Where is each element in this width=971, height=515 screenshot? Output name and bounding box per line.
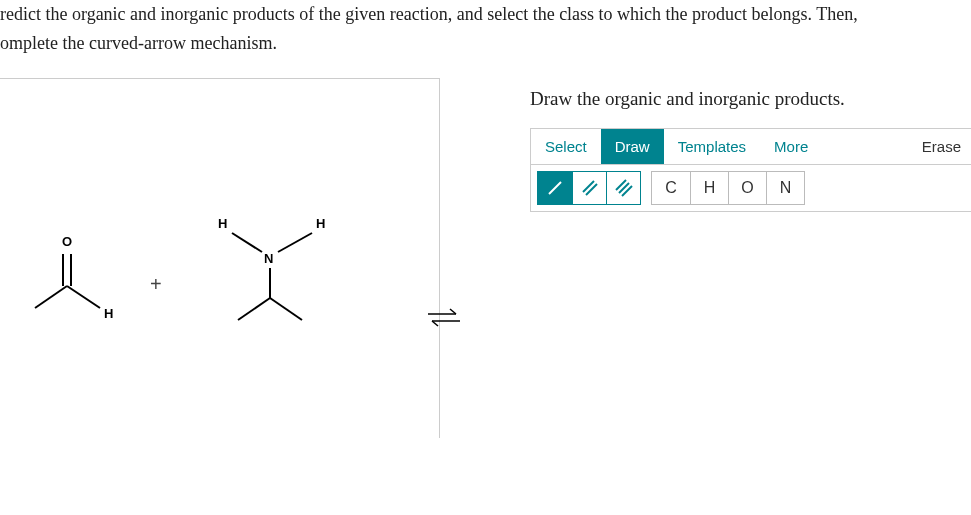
bond-group — [537, 171, 641, 205]
element-c-button[interactable]: C — [652, 172, 690, 204]
atom-o: O — [62, 234, 72, 249]
tab-more[interactable]: More — [760, 129, 822, 164]
tab-select[interactable]: Select — [531, 129, 601, 164]
svg-line-2 — [35, 286, 67, 308]
atom-h-aldehyde: H — [104, 306, 113, 321]
equilibrium-arrows — [424, 304, 464, 334]
content-row: O H + N H H — [0, 78, 971, 438]
toolbar-tabs: Select Draw Templates More Erase — [531, 129, 971, 165]
toolbar-tools: C H O N — [531, 165, 971, 211]
element-n-button[interactable]: N — [766, 172, 804, 204]
draw-panel: Draw the organic and inorganic products.… — [530, 78, 971, 438]
question-line1: redict the organic and inorganic product… — [0, 4, 858, 24]
svg-line-7 — [238, 298, 270, 320]
question-text: redict the organic and inorganic product… — [0, 0, 971, 78]
triple-bond-icon — [615, 179, 633, 197]
atom-n: N — [264, 251, 273, 266]
single-bond-icon — [546, 179, 564, 197]
tab-draw[interactable]: Draw — [601, 129, 664, 164]
reactant-panel: O H + N H H — [0, 78, 440, 438]
element-o-button[interactable]: O — [728, 172, 766, 204]
element-group: C H O N — [651, 171, 805, 205]
double-bond-icon — [581, 179, 599, 197]
svg-line-13 — [586, 184, 597, 195]
svg-line-12 — [583, 181, 594, 192]
single-bond-button[interactable] — [538, 172, 572, 204]
erase-button[interactable]: Erase — [922, 129, 971, 164]
svg-line-8 — [270, 298, 302, 320]
triple-bond-button[interactable] — [606, 172, 640, 204]
double-bond-button[interactable] — [572, 172, 606, 204]
atom-h-nh-left: H — [218, 216, 227, 231]
element-h-button[interactable]: H — [690, 172, 728, 204]
svg-line-4 — [232, 233, 262, 252]
atom-h-nh-right: H — [316, 216, 325, 231]
reaction-structure: O H + N H H — [0, 178, 400, 358]
question-line2: omplete the curved-arrow mechanism. — [0, 33, 277, 53]
tab-templates[interactable]: Templates — [664, 129, 760, 164]
svg-line-5 — [278, 233, 312, 252]
toolbar: Select Draw Templates More Erase — [530, 128, 971, 212]
svg-line-11 — [549, 182, 561, 194]
svg-line-3 — [67, 286, 100, 308]
draw-panel-title: Draw the organic and inorganic products. — [530, 88, 971, 110]
plus-sign: + — [150, 273, 174, 296]
